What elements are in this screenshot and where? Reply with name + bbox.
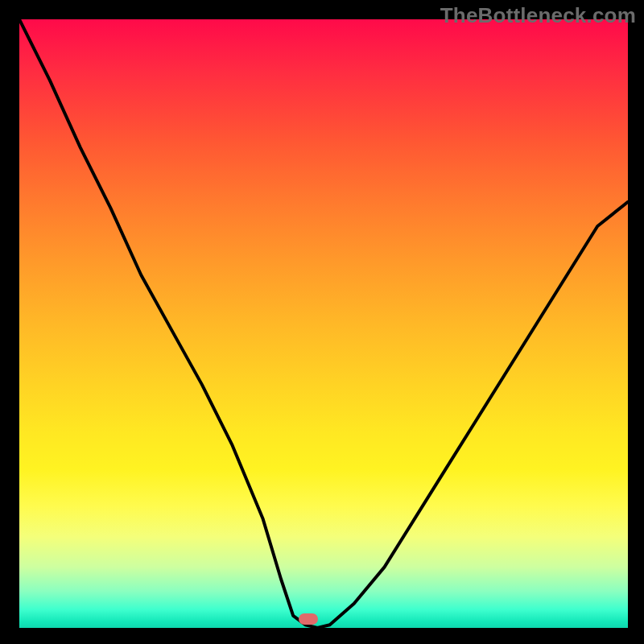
bottleneck-curve <box>19 19 628 628</box>
watermark-text: TheBottleneck.com <box>440 3 636 28</box>
chart-frame: TheBottleneck.com <box>0 0 644 644</box>
minimum-marker <box>299 613 318 625</box>
curve-path <box>19 19 628 628</box>
plot-area <box>19 19 628 628</box>
